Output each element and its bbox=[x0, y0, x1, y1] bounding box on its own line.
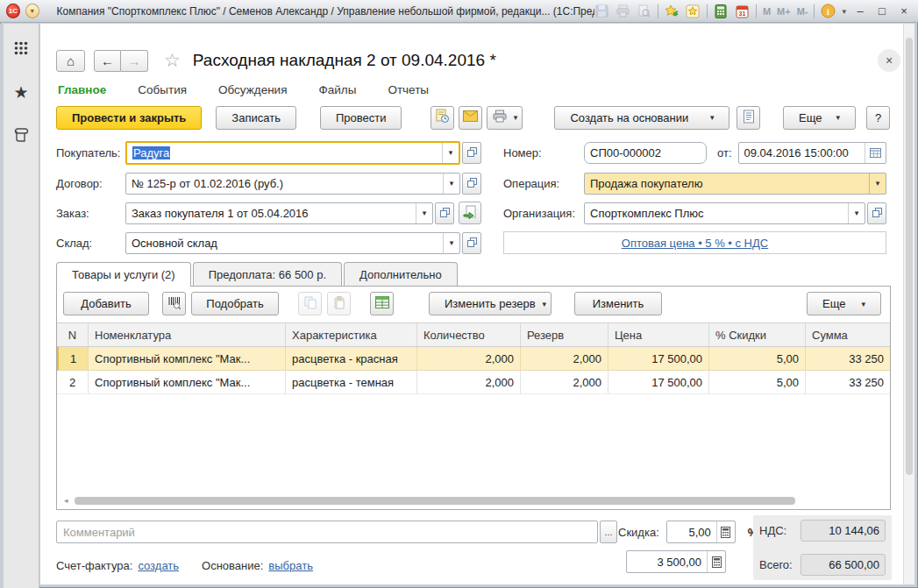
discount-sum-field[interactable]: 3 500,00 bbox=[626, 550, 726, 573]
add-favorite-icon[interactable] bbox=[665, 4, 680, 18]
document-green-arrow-icon bbox=[463, 205, 477, 222]
basis-label: Основание: bbox=[202, 559, 263, 572]
help-button[interactable]: ? bbox=[866, 106, 890, 130]
col-sum[interactable]: Сумма bbox=[806, 323, 890, 346]
reports-button[interactable] bbox=[737, 106, 760, 130]
number-field[interactable]: СП00-000002 bbox=[584, 142, 707, 164]
table-row[interactable]: 2 Спортивный комплекс "Мак... расцветка … bbox=[57, 371, 890, 394]
horizontal-scroll-thumb[interactable] bbox=[75, 497, 795, 505]
date-field[interactable]: 09.04.2016 15:00:00 bbox=[738, 142, 886, 164]
col-n[interactable]: N bbox=[57, 323, 89, 346]
maximize-button[interactable]: □ bbox=[874, 4, 890, 18]
table-more-button[interactable]: Еще ▾ bbox=[807, 292, 881, 315]
main-menu-button[interactable]: ▾ bbox=[25, 4, 39, 18]
paste-row-button[interactable] bbox=[327, 292, 351, 315]
forward-button[interactable]: → bbox=[121, 50, 148, 72]
warehouse-open-button[interactable] bbox=[462, 232, 481, 254]
tab-obsuzhdeniya[interactable]: Обсуждения bbox=[218, 83, 287, 96]
organization-field[interactable]: Спорткомплекс Плюс ▾ bbox=[584, 202, 865, 224]
calendar-icon[interactable]: 31 bbox=[735, 4, 750, 18]
organization-open-button[interactable] bbox=[867, 202, 886, 224]
barcode-scan-button[interactable] bbox=[162, 292, 186, 315]
favorite-star-icon[interactable]: ☆ bbox=[164, 50, 181, 71]
chevron-down-icon[interactable]: ▾ bbox=[869, 174, 886, 194]
warehouse-field[interactable]: Основной склад ▾ bbox=[125, 232, 460, 254]
comment-expand-button[interactable]: ... bbox=[600, 521, 617, 543]
memory-m-button[interactable]: M bbox=[763, 6, 771, 17]
table-settings-button[interactable] bbox=[370, 292, 394, 315]
change-reserve-button[interactable]: Изменить резерв ▾ bbox=[429, 292, 552, 315]
document-form: ⌂ ← → ☆ Расходная накладная 2 от 09.04.2… bbox=[40, 24, 903, 584]
col-reserve[interactable]: Резерв bbox=[521, 323, 608, 346]
tab-sobytiya[interactable]: События bbox=[138, 83, 187, 96]
more-button[interactable]: Еще ▾ bbox=[783, 106, 856, 130]
col-discount[interactable]: % Скидки bbox=[709, 323, 806, 346]
info-icon[interactable]: i bbox=[821, 4, 836, 18]
add-row-button[interactable]: Добавить bbox=[63, 292, 149, 315]
chevron-down-icon[interactable]: ▾ bbox=[416, 203, 432, 223]
post-and-close-button[interactable]: Провести и закрыть bbox=[56, 106, 202, 130]
cell-reserve: 2,000 bbox=[521, 371, 608, 394]
tab-otchety[interactable]: Отчеты bbox=[388, 83, 429, 96]
table-row[interactable]: 1 Спортивный комплекс "Мак... расцветка … bbox=[57, 347, 890, 371]
tab-prepayment[interactable]: Предоплата: 66 500 р. bbox=[193, 262, 342, 286]
invoice-create-link[interactable]: создать bbox=[138, 559, 179, 572]
history-icon[interactable] bbox=[14, 127, 29, 145]
tab-glavnoe[interactable]: Главное bbox=[58, 83, 106, 96]
minimize-button[interactable]: – bbox=[852, 4, 868, 18]
send-email-button[interactable] bbox=[459, 106, 482, 130]
tab-faily[interactable]: Файлы bbox=[318, 83, 356, 96]
calculator-icon[interactable] bbox=[714, 4, 729, 18]
discount-percent-field[interactable]: 5,00 bbox=[666, 521, 736, 543]
col-price[interactable]: Цена bbox=[608, 323, 709, 346]
operation-field[interactable]: Продажа покупателю ▾ bbox=[584, 173, 886, 195]
favorites-icon[interactable] bbox=[686, 4, 701, 18]
info-dropdown-icon[interactable]: ▾ bbox=[842, 7, 846, 16]
copy-row-button[interactable] bbox=[298, 292, 322, 315]
posting-time-button[interactable] bbox=[431, 106, 454, 130]
buyer-open-button[interactable] bbox=[462, 142, 481, 164]
horizontal-scrollbar[interactable]: ◂ bbox=[64, 496, 883, 505]
fill-from-order-button[interactable] bbox=[459, 202, 481, 224]
home-button[interactable]: ⌂ bbox=[56, 50, 85, 72]
pick-items-button[interactable]: Подобрать bbox=[191, 292, 279, 315]
close-button[interactable]: × bbox=[896, 4, 912, 18]
order-open-button[interactable] bbox=[435, 202, 454, 224]
close-form-button[interactable]: × bbox=[878, 49, 900, 72]
chevron-down-icon[interactable]: ▾ bbox=[442, 143, 459, 163]
favorites-star-icon[interactable]: ★ bbox=[13, 84, 28, 101]
change-button[interactable]: Изменить bbox=[574, 292, 662, 315]
tab-goods-services[interactable]: Товары и услуги (2) bbox=[56, 262, 191, 287]
chevron-down-icon[interactable]: ▾ bbox=[443, 233, 459, 253]
sections-menu-icon[interactable] bbox=[14, 41, 28, 58]
scroll-left-icon[interactable]: ◂ bbox=[64, 496, 75, 505]
back-button[interactable]: ← bbox=[94, 50, 121, 72]
page-title: Расходная накладная 2 от 09.04.2016 * bbox=[193, 51, 496, 70]
write-button[interactable]: Записать bbox=[216, 106, 296, 130]
chevron-down-icon[interactable]: ▾ bbox=[848, 203, 865, 223]
calendar-picker-icon[interactable] bbox=[865, 143, 886, 163]
comment-input[interactable] bbox=[56, 521, 598, 543]
memory-m-minus-button[interactable]: M- bbox=[797, 6, 808, 17]
calculator-small-icon[interactable] bbox=[707, 551, 725, 572]
basis-select-link[interactable]: выбрать bbox=[268, 559, 313, 572]
col-characteristic[interactable]: Характеристика bbox=[286, 323, 417, 346]
vertical-scroll-thumb[interactable] bbox=[906, 38, 913, 475]
contract-open-button[interactable] bbox=[462, 173, 481, 195]
col-quantity[interactable]: Количество bbox=[417, 323, 521, 346]
memory-m-plus-button[interactable]: M+ bbox=[777, 6, 791, 17]
contract-field[interactable]: № 125-р от 01.02.2016 (руб.) ▾ bbox=[125, 173, 460, 195]
vertical-scrollbar[interactable] bbox=[903, 24, 914, 584]
order-field[interactable]: Заказ покупателя 1 от 05.04.2016 ▾ bbox=[125, 202, 433, 224]
chevron-down-icon: ▾ bbox=[543, 300, 547, 308]
print-menu-button[interactable]: ▾ bbox=[487, 106, 523, 130]
price-terms-link[interactable]: Оптовая цена • 5 % • с НДС bbox=[622, 237, 768, 250]
create-from-button[interactable]: Создать на основании ▾ bbox=[554, 106, 729, 130]
calculator-small-icon[interactable] bbox=[716, 521, 735, 542]
buyer-field[interactable]: Радуга ▾ bbox=[125, 141, 460, 165]
col-nomenclature[interactable]: Номенклатура bbox=[89, 323, 286, 346]
tab-additional[interactable]: Дополнительно bbox=[344, 262, 458, 286]
post-button[interactable]: Провести bbox=[320, 106, 402, 130]
chevron-down-icon[interactable]: ▾ bbox=[443, 174, 459, 194]
chevron-down-icon: ▾ bbox=[31, 7, 34, 15]
